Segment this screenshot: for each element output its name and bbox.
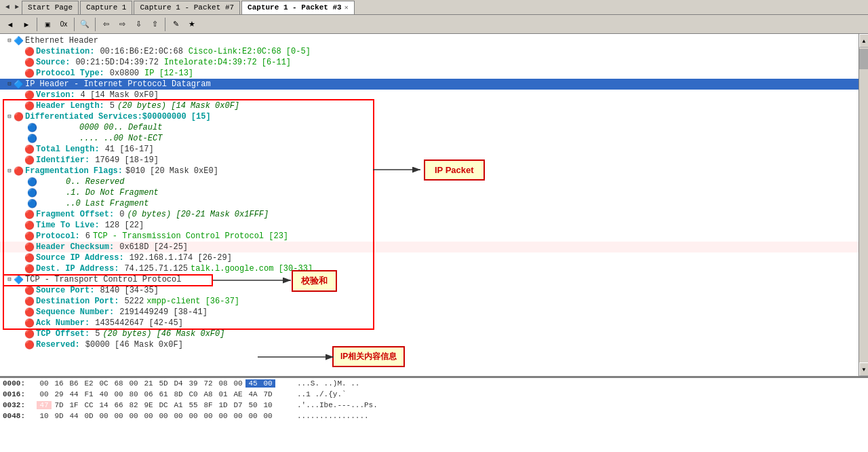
hex-byte[interactable]: DC: [156, 401, 171, 409]
hex-byte[interactable]: CC: [81, 401, 96, 409]
hex-byte[interactable]: 44: [66, 390, 81, 398]
hex-byte[interactable]: 00: [126, 379, 141, 388]
hex-byte[interactable]: 00: [111, 412, 126, 420]
hex-byte[interactable]: 39: [186, 379, 201, 388]
hex-byte[interactable]: 8F: [201, 401, 216, 409]
hex-byte[interactable]: F1: [81, 390, 96, 398]
tab-scroll-right[interactable]: ►: [12, 3, 22, 11]
header-length-row[interactable]: 🔴 Header Length: 5 (20 bytes) [14 Mask 0…: [0, 100, 868, 111]
src-port-row[interactable]: 🔴 Source Port: 8140 [34-35]: [0, 285, 868, 296]
forward-button[interactable]: ►: [19, 17, 34, 32]
ip-header-row[interactable]: ⊟ 🔷 IP Header - Internet Protocol Datagr…: [0, 79, 868, 90]
hex-byte[interactable]: A1: [171, 401, 186, 409]
source-row[interactable]: 🔴 Source: 00:21:5D:D4:39:72 Intelorate:D…: [0, 57, 868, 68]
hex-byte[interactable]: 29: [52, 390, 66, 398]
hex-byte[interactable]: 00: [156, 412, 171, 420]
hex-byte[interactable]: 00: [186, 412, 201, 420]
bookmark-button[interactable]: ★: [184, 17, 199, 32]
hex-byte[interactable]: 10: [37, 412, 52, 420]
tab-scroll-left[interactable]: ◄: [3, 3, 12, 11]
nav-right-button[interactable]: ⇨: [115, 17, 130, 32]
diff-services-row[interactable]: ⊟ 🔴 Differentiated Services:$00000000 [1…: [0, 111, 868, 122]
frag-offset-row[interactable]: 🔴 Fragment Offset: 0 (0 bytes) [20-21 Ma…: [0, 209, 868, 220]
dst-ip-row[interactable]: 🔴 Dest. IP Address: 74.125.71.125 talk.l…: [0, 263, 868, 274]
hex-byte[interactable]: 00: [231, 379, 245, 388]
tab-start-page[interactable]: Start Page: [22, 1, 79, 14]
hex-button[interactable]: ▣: [40, 17, 55, 32]
hex-byte[interactable]: 00: [171, 412, 186, 420]
hex-byte[interactable]: D7: [231, 401, 245, 409]
hex-byte[interactable]: 9E: [141, 401, 156, 409]
hex-byte[interactable]: 0C: [96, 379, 111, 388]
search-button[interactable]: 🔍: [77, 17, 92, 32]
version-row[interactable]: 🔴 Version: 4 [14 Mask 0xF0]: [0, 90, 868, 100]
hex-byte[interactable]: 8D: [171, 390, 186, 398]
hex-byte[interactable]: 4A: [245, 390, 260, 398]
protocol-type-row[interactable]: 🔴 Protocol Type: 0x0800 IP [12-13]: [0, 68, 868, 79]
hex-byte[interactable]: 00: [96, 412, 111, 420]
hex-byte[interactable]: 00: [245, 412, 260, 420]
hex-byte[interactable]: 45: [245, 379, 260, 388]
hex-byte[interactable]: 7D: [260, 390, 275, 398]
hex-byte[interactable]: 44: [66, 412, 81, 420]
checksum-row[interactable]: 🔴 Header Checksum: 0x618D [24-25]: [0, 242, 868, 252]
dst-port-row[interactable]: 🔴 Destination Port: 5222 xmpp-client [36…: [0, 296, 868, 307]
hex-byte[interactable]: 00: [216, 412, 231, 420]
hex-byte[interactable]: 00: [201, 412, 216, 420]
scroll-down[interactable]: ▼: [859, 362, 868, 376]
ethernet-header-row[interactable]: ⊟ 🔷 Ethernet Header: [0, 35, 868, 46]
hex-byte[interactable]: C0: [186, 390, 201, 398]
hex-byte[interactable]: 01: [216, 390, 231, 398]
hex-byte[interactable]: 14: [96, 401, 111, 409]
hex-byte[interactable]: 9D: [52, 412, 66, 420]
hex-byte[interactable]: 82: [126, 401, 141, 409]
hex-byte[interactable]: 55: [186, 401, 201, 409]
hex-byte[interactable]: 00: [260, 412, 275, 420]
expand-dest[interactable]: [16, 48, 24, 56]
protocol-row[interactable]: 🔴 Protocol: 6 TCP - Transmission Control…: [0, 231, 868, 242]
hex-byte[interactable]: 50: [245, 401, 260, 409]
hex-byte[interactable]: 00: [260, 379, 275, 388]
tab-capture1[interactable]: Capture 1: [80, 1, 132, 14]
src-ip-row[interactable]: 🔴 Source IP Address: 192.168.1.174 [26-2…: [0, 252, 868, 263]
hex-byte[interactable]: 21: [141, 379, 156, 388]
hex-byte[interactable]: 00: [231, 412, 245, 420]
hex-byte[interactable]: AE: [231, 390, 245, 398]
ack-row[interactable]: 🔴 Ack Number: 1435442647 [42-45]: [0, 318, 868, 328]
back-button[interactable]: ◄: [3, 17, 18, 32]
hex-byte[interactable]: E2: [81, 379, 96, 388]
nav-left-button[interactable]: ⇦: [98, 17, 113, 32]
hex-byte[interactable]: 80: [126, 390, 141, 398]
hex-byte[interactable]: 00: [141, 412, 156, 420]
hex-byte[interactable]: 00: [37, 379, 52, 388]
hex-byte[interactable]: 68: [111, 379, 126, 388]
hex-panel[interactable]: 0000:0016B6E20C6800215DD4397208004500...…: [0, 377, 868, 452]
scroll-up[interactable]: ▲: [859, 34, 868, 48]
seq-row[interactable]: 🔴 Sequence Number: 2191449249 [38-41]: [0, 307, 868, 318]
scrollbar[interactable]: ▲ ▼: [859, 34, 868, 376]
tab-capture1-packet3[interactable]: Capture 1 - Packet #3 ✕: [241, 1, 355, 14]
total-length-row[interactable]: 🔴 Total Length: 41 [16-17]: [0, 144, 868, 155]
close-tab-icon[interactable]: ✕: [344, 3, 349, 12]
hex-byte[interactable]: 00: [111, 390, 126, 398]
0x-button[interactable]: 0x: [56, 17, 71, 32]
edit-button[interactable]: ✎: [168, 17, 183, 32]
expand-ethernet[interactable]: ⊟: [5, 37, 14, 45]
hex-byte[interactable]: 61: [156, 390, 171, 398]
scroll-thumb[interactable]: [859, 49, 868, 69]
ttl-row[interactable]: 🔴 Time To Live: 128 [22]: [0, 220, 868, 231]
hex-byte[interactable]: 40: [96, 390, 111, 398]
hex-byte[interactable]: 08: [216, 379, 231, 388]
hex-byte[interactable]: 72: [201, 379, 216, 388]
hex-byte[interactable]: 7D: [52, 401, 66, 409]
hex-byte[interactable]: 1F: [66, 401, 81, 409]
hex-byte[interactable]: D4: [171, 379, 186, 388]
hex-byte[interactable]: 5D: [156, 379, 171, 388]
packet-tree[interactable]: ⊟ 🔷 Ethernet Header 🔴 Destination: 00:16…: [0, 34, 868, 377]
hex-byte[interactable]: 1D: [216, 401, 231, 409]
reserved-row[interactable]: 🔴 Reserved: $0000 [46 Mask 0x0F]: [0, 339, 868, 350]
hex-byte[interactable]: B6: [66, 379, 81, 388]
hex-byte[interactable]: 66: [111, 401, 126, 409]
hex-byte[interactable]: 00: [37, 390, 52, 398]
hex-byte[interactable]: 00: [126, 412, 141, 420]
